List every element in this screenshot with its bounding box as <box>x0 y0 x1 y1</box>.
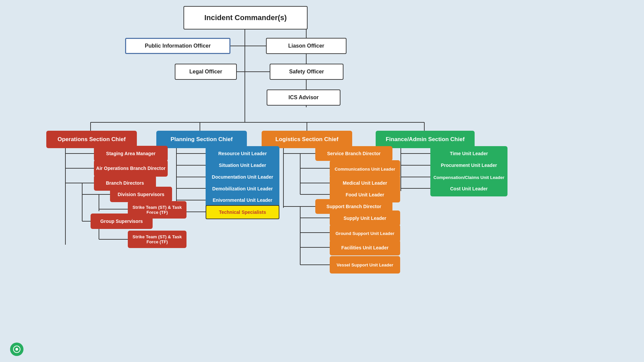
liason-officer-box: Liason Officer <box>266 38 346 54</box>
ground-support-unit-leader-box: Ground Support Unit Leader <box>330 225 400 242</box>
supply-unit-leader-box: Supply Unit Leader <box>330 210 400 226</box>
finance-section-chief-box: Finance/Admin Section Chief <box>376 131 475 148</box>
legal-officer-box: Legal Officer <box>175 64 237 80</box>
incident-commander-box: Incident Commander(s) <box>183 6 308 29</box>
staging-area-manager-box: Staging Area Manager <box>94 146 168 161</box>
air-ops-branch-director-box: Air Operations Branch Director <box>94 160 168 177</box>
division-supervisors-box: Division Supervisors <box>110 187 172 202</box>
cost-unit-leader-box: Cost Unit Leader <box>430 181 507 196</box>
strike-team-tf-2-box: Strike Team (ST) & Task Force (TF) <box>128 231 186 248</box>
logistics-section-chief-box: Logistics Section Chief <box>262 131 352 148</box>
safety-officer-box: Safety Officer <box>270 64 343 80</box>
group-supervisors-box: Group Supervisors <box>91 214 153 229</box>
public-information-officer-box: Public Information Officer <box>125 38 230 54</box>
facilities-unit-leader-box: Facilities Unit Leader <box>330 240 400 255</box>
service-branch-director-box: Service Branch Director <box>315 146 392 161</box>
bottom-icon[interactable] <box>10 343 23 356</box>
technical-specialists-box: Technical Specialists <box>206 205 279 219</box>
svg-point-48 <box>15 348 18 351</box>
planning-section-chief-box: Planning Section Chief <box>156 131 247 148</box>
vessel-support-unit-leader-box: Vessel Support Unit Leader <box>330 256 400 274</box>
ics-advisor-box: ICS Advisor <box>267 89 340 106</box>
